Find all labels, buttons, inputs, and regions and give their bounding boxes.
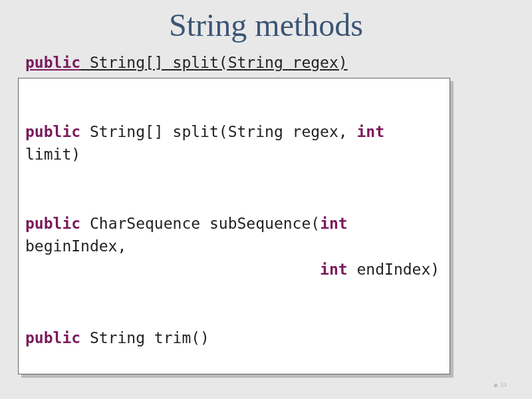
blank-line <box>25 372 519 396</box>
code-area: public String[] split(String regex) publ… <box>13 51 519 399</box>
signature-text: endIndex) <box>348 261 440 278</box>
blank-line <box>25 350 519 373</box>
keyword-public: public <box>25 215 80 232</box>
method-signature-trim: public String trim() <box>25 327 519 350</box>
signature-text: String[] split(String regex, <box>80 123 356 140</box>
signature-text: String trim() <box>80 329 209 346</box>
keyword-int: int <box>357 123 385 140</box>
method-signature-subsequence-cont2: int endIndex) <box>25 258 519 281</box>
blank-line <box>25 281 519 304</box>
method-signature-split-1: public String[] split(String regex) <box>25 51 519 74</box>
signature-text: CharSequence subSequence( <box>80 215 320 232</box>
method-signature-tolowercase: public String toLowerCase() <box>25 396 519 400</box>
blank-line <box>25 304 519 327</box>
slide-title: String methods <box>13 7 519 43</box>
blank-line <box>25 97 519 120</box>
method-signature-split-2: public String[] split(String regex, int <box>25 120 519 144</box>
method-signature-subsequence: public CharSequence subSequence(int <box>25 212 519 235</box>
blank-line <box>25 189 519 212</box>
method-signature-split-2-cont: limit) <box>25 143 519 166</box>
padding <box>25 261 320 278</box>
keyword-int: int <box>320 215 348 232</box>
keyword-public: public <box>25 54 80 71</box>
keyword-public: public <box>25 123 80 140</box>
method-signature-subsequence-cont1: beginIndex, <box>25 235 519 258</box>
signature-text: String[] split(String regex) <box>80 54 348 71</box>
blank-line <box>25 166 519 190</box>
slide: String methods public String[] split(Str… <box>0 0 532 399</box>
keyword-public: public <box>25 329 80 346</box>
keyword-int: int <box>320 261 348 278</box>
blank-line <box>25 74 519 98</box>
